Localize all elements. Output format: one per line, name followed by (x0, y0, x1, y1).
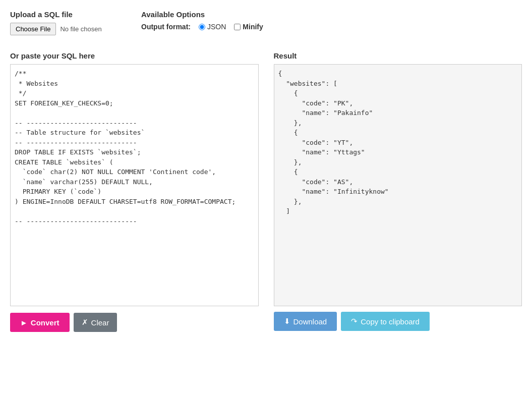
copy-icon: ↷ (351, 317, 358, 326)
minify-text: Minify (243, 23, 263, 31)
copy-to-clipboard-button[interactable]: ↷ Copy to clipboard (341, 312, 430, 331)
convert-label: Convert (31, 318, 60, 327)
result-output[interactable] (274, 64, 522, 306)
clear-label: Clear (91, 318, 109, 327)
convert-button[interactable]: ► Convert (10, 313, 70, 332)
download-label: Download (293, 317, 327, 326)
clear-button[interactable]: ✗ Clear (74, 313, 117, 332)
sql-input[interactable] (10, 64, 259, 306)
paste-title: Or paste your SQL here (10, 51, 259, 60)
clear-icon: ✗ (82, 318, 88, 327)
output-format-label: Output format: (141, 23, 191, 31)
download-button[interactable]: ⬇ Download (274, 312, 337, 331)
json-label: JSON (207, 23, 226, 31)
upload-title: Upload a SQL file (10, 10, 121, 19)
minify-label[interactable]: Minify (234, 23, 263, 31)
no-file-label: No file chosen (60, 25, 101, 33)
minify-checkbox[interactable] (234, 24, 241, 30)
copy-label: Copy to clipboard (361, 317, 420, 326)
result-title: Result (274, 51, 522, 60)
options-title: Available Options (141, 10, 522, 19)
convert-icon: ► (20, 318, 28, 327)
choose-file-button[interactable]: Choose File (10, 23, 56, 35)
json-radio-label[interactable]: JSON (199, 23, 226, 31)
json-radio[interactable] (199, 24, 205, 30)
download-icon: ⬇ (284, 317, 290, 326)
